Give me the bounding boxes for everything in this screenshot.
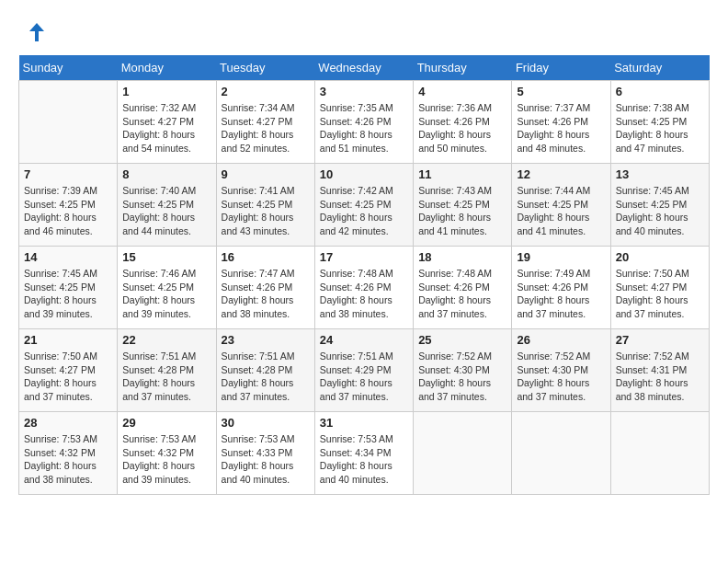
calendar-cell: 26Sunrise: 7:52 AMSunset: 4:30 PMDayligh… xyxy=(512,329,610,412)
day-number: 11 xyxy=(418,167,506,181)
day-number: 5 xyxy=(517,85,605,98)
day-number: 20 xyxy=(616,250,704,264)
day-number: 29 xyxy=(122,416,210,430)
cell-info: Sunrise: 7:40 AMSunset: 4:25 PMDaylight:… xyxy=(122,184,210,238)
cell-info: Sunrise: 7:42 AMSunset: 4:25 PMDaylight:… xyxy=(320,184,408,238)
cell-info: Sunrise: 7:46 AMSunset: 4:25 PMDaylight:… xyxy=(122,267,210,321)
day-number: 24 xyxy=(320,333,408,347)
cell-info: Sunrise: 7:36 AMSunset: 4:26 PMDaylight:… xyxy=(418,101,506,155)
logo xyxy=(18,18,50,46)
cell-info: Sunrise: 7:51 AMSunset: 4:28 PMDaylight:… xyxy=(222,350,310,404)
calendar-cell xyxy=(610,412,709,495)
cell-info: Sunrise: 7:35 AMSunset: 4:26 PMDaylight:… xyxy=(320,101,408,155)
page-header xyxy=(18,18,710,46)
calendar-cell: 5Sunrise: 7:37 AMSunset: 4:26 PMDaylight… xyxy=(512,81,610,164)
calendar-cell: 8Sunrise: 7:40 AMSunset: 4:25 PMDaylight… xyxy=(118,164,216,247)
cell-info: Sunrise: 7:53 AMSunset: 4:32 PMDaylight:… xyxy=(24,432,112,487)
calendar-cell: 9Sunrise: 7:41 AMSunset: 4:25 PMDaylight… xyxy=(216,164,314,247)
calendar-cell: 11Sunrise: 7:43 AMSunset: 4:25 PMDayligh… xyxy=(414,164,512,247)
cell-info: Sunrise: 7:39 AMSunset: 4:25 PMDaylight:… xyxy=(24,184,112,238)
calendar-week-1: 7Sunrise: 7:39 AMSunset: 4:25 PMDaylight… xyxy=(19,164,710,247)
day-number: 12 xyxy=(517,167,605,181)
day-number: 9 xyxy=(222,167,310,181)
cell-info: Sunrise: 7:50 AMSunset: 4:27 PMDaylight:… xyxy=(616,267,704,321)
cell-info: Sunrise: 7:32 AMSunset: 4:27 PMDaylight:… xyxy=(122,101,210,155)
day-header-monday: Monday xyxy=(118,55,216,81)
calendar-cell: 22Sunrise: 7:51 AMSunset: 4:28 PMDayligh… xyxy=(118,329,216,412)
calendar-table: SundayMondayTuesdayWednesdayThursdayFrid… xyxy=(18,55,710,495)
day-number: 16 xyxy=(222,250,310,264)
logo-icon xyxy=(18,18,46,46)
calendar-cell: 24Sunrise: 7:51 AMSunset: 4:29 PMDayligh… xyxy=(314,329,413,412)
day-header-thursday: Thursday xyxy=(414,55,512,81)
calendar-cell: 1Sunrise: 7:32 AMSunset: 4:27 PMDaylight… xyxy=(118,81,216,164)
day-number: 23 xyxy=(222,333,310,347)
calendar-cell: 18Sunrise: 7:48 AMSunset: 4:26 PMDayligh… xyxy=(414,247,512,329)
calendar-cell: 17Sunrise: 7:48 AMSunset: 4:26 PMDayligh… xyxy=(314,247,413,329)
cell-info: Sunrise: 7:51 AMSunset: 4:28 PMDaylight:… xyxy=(122,350,210,404)
calendar-cell: 3Sunrise: 7:35 AMSunset: 4:26 PMDaylight… xyxy=(314,81,413,164)
cell-info: Sunrise: 7:45 AMSunset: 4:25 PMDaylight:… xyxy=(616,184,704,238)
day-number: 1 xyxy=(122,85,210,98)
calendar-cell: 19Sunrise: 7:49 AMSunset: 4:26 PMDayligh… xyxy=(512,247,610,329)
day-header-friday: Friday xyxy=(512,55,610,81)
calendar-cell: 13Sunrise: 7:45 AMSunset: 4:25 PMDayligh… xyxy=(610,164,709,247)
calendar-week-4: 28Sunrise: 7:53 AMSunset: 4:32 PMDayligh… xyxy=(19,412,710,495)
day-number: 31 xyxy=(320,416,408,430)
day-number: 25 xyxy=(418,333,506,347)
calendar-cell: 21Sunrise: 7:50 AMSunset: 4:27 PMDayligh… xyxy=(19,329,118,412)
cell-info: Sunrise: 7:37 AMSunset: 4:26 PMDaylight:… xyxy=(517,101,605,155)
day-number: 8 xyxy=(122,167,210,181)
cell-info: Sunrise: 7:49 AMSunset: 4:26 PMDaylight:… xyxy=(517,267,605,321)
day-header-sunday: Sunday xyxy=(19,55,118,81)
cell-info: Sunrise: 7:47 AMSunset: 4:26 PMDaylight:… xyxy=(222,267,310,321)
day-number: 26 xyxy=(517,333,605,347)
cell-info: Sunrise: 7:38 AMSunset: 4:25 PMDaylight:… xyxy=(616,101,704,155)
day-number: 15 xyxy=(122,250,210,264)
cell-info: Sunrise: 7:51 AMSunset: 4:29 PMDaylight:… xyxy=(320,350,408,404)
day-number: 6 xyxy=(616,85,704,98)
calendar-cell: 29Sunrise: 7:53 AMSunset: 4:32 PMDayligh… xyxy=(118,412,216,495)
calendar-body: 1Sunrise: 7:32 AMSunset: 4:27 PMDaylight… xyxy=(19,81,710,495)
calendar-cell: 30Sunrise: 7:53 AMSunset: 4:33 PMDayligh… xyxy=(216,412,314,495)
calendar-header-row: SundayMondayTuesdayWednesdayThursdayFrid… xyxy=(19,55,710,81)
calendar-cell: 6Sunrise: 7:38 AMSunset: 4:25 PMDaylight… xyxy=(610,81,709,164)
calendar-cell xyxy=(414,412,512,495)
day-number: 14 xyxy=(24,250,112,264)
cell-info: Sunrise: 7:48 AMSunset: 4:26 PMDaylight:… xyxy=(418,267,506,321)
cell-info: Sunrise: 7:45 AMSunset: 4:25 PMDaylight:… xyxy=(24,267,112,321)
calendar-cell: 15Sunrise: 7:46 AMSunset: 4:25 PMDayligh… xyxy=(118,247,216,329)
day-number: 7 xyxy=(24,167,112,181)
svg-rect-0 xyxy=(18,18,46,46)
calendar-cell: 12Sunrise: 7:44 AMSunset: 4:25 PMDayligh… xyxy=(512,164,610,247)
cell-info: Sunrise: 7:43 AMSunset: 4:25 PMDaylight:… xyxy=(418,184,506,238)
calendar-cell: 7Sunrise: 7:39 AMSunset: 4:25 PMDaylight… xyxy=(19,164,118,247)
cell-info: Sunrise: 7:53 AMSunset: 4:34 PMDaylight:… xyxy=(320,432,408,487)
day-header-tuesday: Tuesday xyxy=(216,55,314,81)
calendar-week-0: 1Sunrise: 7:32 AMSunset: 4:27 PMDaylight… xyxy=(19,81,710,164)
day-number: 27 xyxy=(616,333,704,347)
day-header-wednesday: Wednesday xyxy=(314,55,413,81)
day-number: 2 xyxy=(222,85,310,98)
calendar-cell: 23Sunrise: 7:51 AMSunset: 4:28 PMDayligh… xyxy=(216,329,314,412)
calendar-cell xyxy=(512,412,610,495)
calendar-cell: 4Sunrise: 7:36 AMSunset: 4:26 PMDaylight… xyxy=(414,81,512,164)
calendar-cell: 10Sunrise: 7:42 AMSunset: 4:25 PMDayligh… xyxy=(314,164,413,247)
day-number: 19 xyxy=(517,250,605,264)
cell-info: Sunrise: 7:52 AMSunset: 4:30 PMDaylight:… xyxy=(418,350,506,404)
day-number: 17 xyxy=(320,250,408,264)
calendar-cell: 14Sunrise: 7:45 AMSunset: 4:25 PMDayligh… xyxy=(19,247,118,329)
calendar-cell xyxy=(19,81,118,164)
day-header-saturday: Saturday xyxy=(610,55,709,81)
cell-info: Sunrise: 7:41 AMSunset: 4:25 PMDaylight:… xyxy=(222,184,310,238)
day-number: 13 xyxy=(616,167,704,181)
cell-info: Sunrise: 7:44 AMSunset: 4:25 PMDaylight:… xyxy=(517,184,605,238)
day-number: 18 xyxy=(418,250,506,264)
calendar-week-3: 21Sunrise: 7:50 AMSunset: 4:27 PMDayligh… xyxy=(19,329,710,412)
cell-info: Sunrise: 7:34 AMSunset: 4:27 PMDaylight:… xyxy=(222,101,310,155)
calendar-cell: 25Sunrise: 7:52 AMSunset: 4:30 PMDayligh… xyxy=(414,329,512,412)
cell-info: Sunrise: 7:52 AMSunset: 4:31 PMDaylight:… xyxy=(616,350,704,404)
cell-info: Sunrise: 7:53 AMSunset: 4:32 PMDaylight:… xyxy=(122,432,210,487)
cell-info: Sunrise: 7:50 AMSunset: 4:27 PMDaylight:… xyxy=(24,350,112,404)
calendar-week-2: 14Sunrise: 7:45 AMSunset: 4:25 PMDayligh… xyxy=(19,247,710,329)
